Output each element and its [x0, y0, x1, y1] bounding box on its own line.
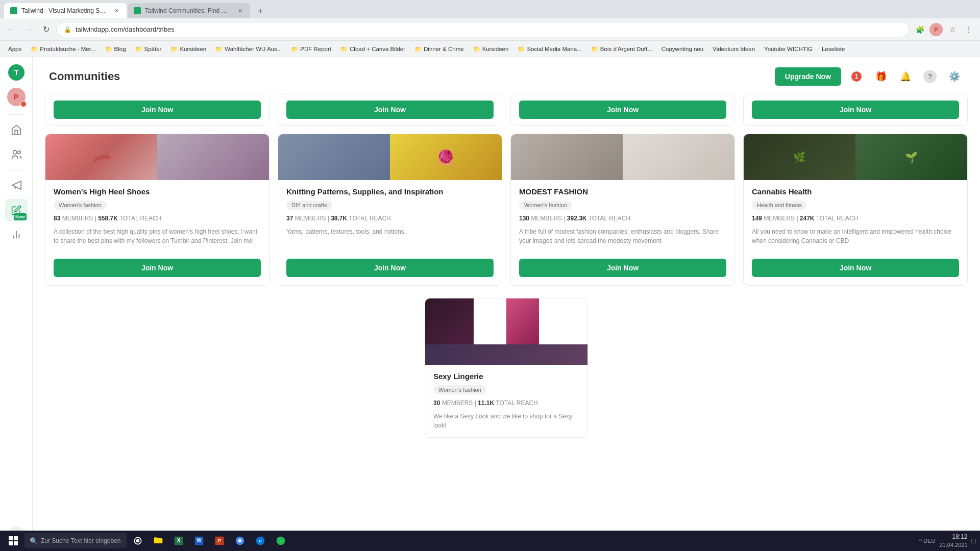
- card-image-womens-heels: [45, 134, 269, 180]
- join-now-button-modest-fashion[interactable]: Join Now: [519, 259, 726, 277]
- card-img-right: [157, 134, 269, 180]
- join-now-button-knitting[interactable]: Join Now: [286, 259, 494, 277]
- taskbar-system-tray: ^ DEU: [919, 538, 935, 544]
- card-footer-womens-heels: Join Now: [45, 253, 269, 285]
- bookmarks-bar: Apps 📁Produktsuche - Mer... 📁Blog 📁Späte…: [0, 41, 980, 57]
- card-stats-cannabis: 149 MEMBERS | 247K TOTAL REACH: [752, 215, 959, 222]
- upgrade-now-button[interactable]: Upgrade Now: [775, 67, 841, 86]
- community-card-womens-heels: Women's High Heel Shoes Women's fashion …: [45, 134, 270, 286]
- join-now-button-top-4[interactable]: Join Now: [752, 101, 959, 119]
- taskbar-powerpoint-button[interactable]: P: [210, 532, 229, 550]
- card-img-knit-right: 🧶: [390, 134, 502, 180]
- sidebar-item-analytics[interactable]: [5, 223, 28, 246]
- tab-inactive[interactable]: Tailwind Communities: Find Gre... ✕: [128, 3, 250, 18]
- tab-bar: Tailwind - Visual Marketing Suite... ✕ T…: [0, 0, 980, 18]
- bookmark-kursideen2[interactable]: 📁Kursideen: [469, 43, 513, 55]
- card-image-modest: [511, 134, 734, 180]
- help-icon-button[interactable]: ?: [921, 67, 939, 86]
- bookmark-kursideen1[interactable]: 📁Kursideen: [166, 43, 210, 55]
- taskbar-search[interactable]: 🔍 Zur Suche Text hier eingeben: [24, 533, 127, 548]
- svg-text:X: X: [177, 538, 181, 543]
- taskbar-search-text: Zur Suche Text hier eingeben: [41, 537, 121, 544]
- notification-bell-button[interactable]: 🔔: [896, 67, 915, 86]
- taskbar-notification-area[interactable]: □: [972, 537, 976, 545]
- card-image-cannabis: 🌿 🌱: [744, 134, 967, 180]
- browser-menu-button[interactable]: ⋮: [962, 22, 976, 37]
- header-icons: Upgrade Now 1 🎁 🔔 ? ⚙️: [775, 67, 964, 86]
- bookmark-pdf[interactable]: 📁PDF Report: [287, 43, 335, 55]
- card-desc-lingerie: We like a Sexy Look and we like to shop …: [433, 412, 579, 430]
- card-stats-lingerie: 30 MEMBERS | 11.1K TOTAL REACH: [433, 399, 579, 407]
- join-now-button-cannabis[interactable]: Join Now: [752, 259, 959, 277]
- new-badge: New: [14, 213, 27, 220]
- join-now-button-top-2[interactable]: Join Now: [286, 101, 494, 119]
- join-now-button-top-3[interactable]: Join Now: [519, 101, 726, 119]
- sidebar-item-new[interactable]: New: [5, 199, 28, 221]
- gift-icon-button[interactable]: 🎁: [872, 67, 890, 86]
- start-button[interactable]: [4, 532, 22, 550]
- user-avatar[interactable]: P: [7, 88, 26, 106]
- card-img-modest-left: [511, 134, 623, 180]
- taskbar-word-button[interactable]: W: [190, 532, 208, 550]
- card-tag-cannabis: Health and fitness: [752, 201, 807, 210]
- join-now-button-top-1[interactable]: Join Now: [54, 101, 261, 119]
- bookmark-blog[interactable]: 📁Blog: [101, 43, 130, 55]
- windows-taskbar: 🔍 Zur Suche Text hier eingeben X W P e ♪…: [0, 531, 980, 551]
- search-icon: 🔍: [30, 537, 38, 545]
- bookmark-leseliste[interactable]: Leseliste: [818, 44, 849, 54]
- card-footer-knitting: Join Now: [278, 253, 502, 285]
- profile-button[interactable]: P: [929, 22, 943, 37]
- taskbar-file-explorer-button[interactable]: [149, 532, 167, 550]
- sidebar-item-audience[interactable]: [5, 143, 28, 166]
- settings-icon-button[interactable]: ⚙️: [945, 67, 964, 86]
- bookmark-copywriting[interactable]: Copywriting neu: [657, 44, 707, 54]
- taskbar-chrome-button[interactable]: [231, 532, 249, 550]
- card-title-modest-fashion: MODEST FASHION: [519, 187, 726, 196]
- bookmark-produktsuche[interactable]: 📁Produktsuche - Mer...: [27, 43, 100, 55]
- card-img-cannabis-left: 🌿: [744, 134, 855, 180]
- app-logo[interactable]: T: [7, 63, 26, 82]
- community-card-knitting: 🧶 Knitting Patterns, Supplies, and Inspi…: [278, 134, 502, 286]
- bookmark-youtube[interactable]: Youtube WICHTIG: [760, 44, 817, 54]
- tab-title-2: Tailwind Communities: Find Gre...: [145, 7, 232, 14]
- address-bar[interactable]: 🔒 tailwindapp.com/dashboard/tribes: [56, 22, 910, 37]
- tab-close-1[interactable]: ✕: [112, 7, 120, 15]
- refresh-button[interactable]: ↻: [39, 22, 53, 37]
- browser-nav-icons: 🧩 P ☆ ⋮: [913, 22, 976, 37]
- notification-badge-icon[interactable]: 1: [847, 67, 866, 86]
- tab-active[interactable]: Tailwind - Visual Marketing Suite... ✕: [4, 3, 127, 18]
- taskbar-right-area: ^ DEU 18:12 21.04.2021 □: [919, 533, 976, 548]
- tab-close-2[interactable]: ✕: [236, 7, 244, 15]
- bell-icon: 🔔: [900, 71, 911, 82]
- svg-text:♪: ♪: [280, 538, 282, 543]
- bookmark-später[interactable]: 📁Später: [131, 43, 166, 55]
- taskbar-spotify-button[interactable]: ♪: [272, 532, 290, 550]
- svg-text:W: W: [197, 538, 202, 543]
- card-title-knitting: Knitting Patterns, Supplies, and Inspira…: [286, 187, 494, 196]
- card-img-knit-left: [278, 134, 390, 180]
- community-card-cannabis: 🌿 🌱 Cannabis Health Health and fitness 1…: [743, 134, 968, 286]
- bookmark-apps[interactable]: Apps: [4, 44, 26, 54]
- taskbar-cortana-button[interactable]: [129, 532, 147, 550]
- avatar-badge: [20, 101, 27, 107]
- help-icon: ?: [923, 70, 937, 83]
- bookmark-videokurs[interactable]: Videokurs Ideen: [708, 44, 759, 54]
- back-button[interactable]: ←: [4, 22, 18, 37]
- taskbar-edge-button[interactable]: e: [251, 532, 270, 550]
- taskbar-excel-button[interactable]: X: [169, 532, 188, 550]
- bookmark-star-button[interactable]: ☆: [945, 22, 960, 37]
- join-now-button-womens-heels[interactable]: Join Now: [54, 259, 261, 277]
- extensions-button[interactable]: 🧩: [913, 22, 927, 37]
- card-body-womens-heels: Women's High Heel Shoes Women's fashion …: [45, 180, 269, 253]
- forward-button[interactable]: →: [21, 22, 36, 37]
- bookmark-bois[interactable]: 📁Bois d'Argent Duft...: [587, 43, 656, 55]
- card-img-lingerie-left: [425, 298, 474, 344]
- sidebar-item-home[interactable]: [5, 119, 28, 141]
- new-tab-button[interactable]: +: [253, 4, 267, 18]
- sidebar-item-marketing[interactable]: [5, 174, 28, 197]
- bookmark-canva[interactable]: 📁Cload + Canva Bilder: [336, 43, 409, 55]
- bookmark-wahlfächer[interactable]: 📁Wahlfächer WU Aus...: [211, 43, 286, 55]
- bookmark-social[interactable]: 📁Social Media Mana...: [513, 43, 585, 55]
- tab-favicon-1: [10, 7, 17, 14]
- bookmark-dinner[interactable]: 📁Dinner & Crime: [410, 43, 468, 55]
